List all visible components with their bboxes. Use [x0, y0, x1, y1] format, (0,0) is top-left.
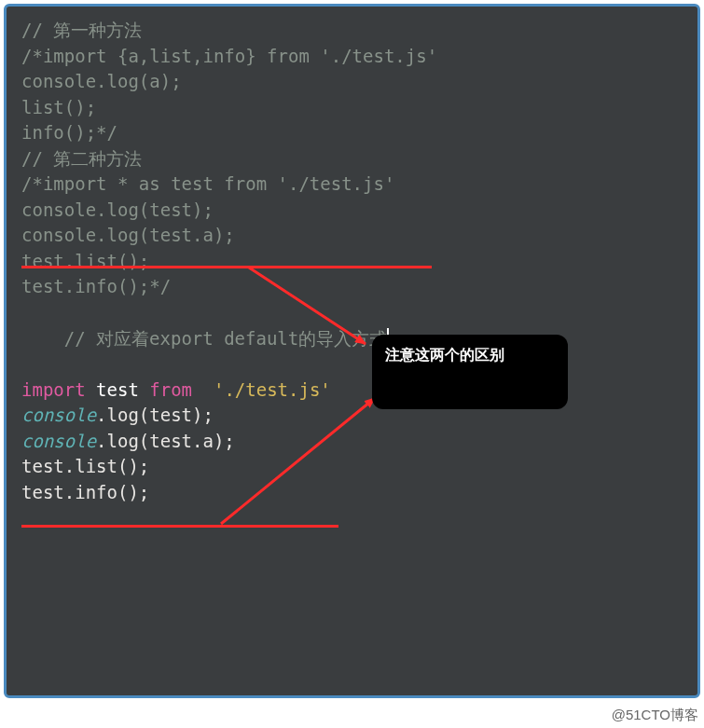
code-line: info();*/ — [21, 120, 683, 146]
console-identifier: console — [21, 431, 96, 451]
code-line: test.info(); — [21, 480, 683, 506]
callout-box: 注意这两个的区别 — [372, 335, 568, 409]
code-text: .log(test); — [96, 405, 214, 425]
code-line: // 第一种方法 — [21, 18, 683, 44]
underline-annotation — [21, 525, 338, 528]
code-line: console.log(test); — [21, 198, 683, 224]
identifier: test — [86, 379, 150, 400]
code-line: test.list(); — [21, 454, 683, 480]
code-line: test.list(); — [21, 249, 683, 275]
code-line: console.log(test); — [21, 403, 683, 429]
code-line: console.log(a); — [21, 69, 683, 95]
callout-text: 注意这两个的区别 — [385, 347, 504, 363]
code-line: /*import * as test from './test.js' — [21, 172, 683, 198]
code-line: list(); — [21, 95, 683, 121]
code-text: .log(test.a); — [96, 431, 235, 451]
code-line: // 对应着export default的导入方式 — [21, 300, 683, 378]
watermark: @51CTO博客 — [612, 707, 698, 724]
code-editor[interactable]: // 第一种方法 /*import {a,list,info} from './… — [4, 4, 700, 698]
code-line: // 第二种方法 — [21, 146, 683, 172]
keyword-from: from — [149, 379, 192, 400]
keyword-import: import — [21, 379, 86, 400]
underline-annotation — [21, 266, 432, 268]
code-line: import test from './test.js' — [21, 378, 683, 404]
string-literal: './test.js' — [214, 379, 331, 400]
code-line: console.log(test.a); — [21, 429, 683, 455]
code-line: /*import {a,list,info} from './test.js' — [21, 44, 683, 70]
comment-text: // 对应着export default的导入方式 — [64, 328, 387, 349]
code-line: console.log(test.a); — [21, 223, 683, 249]
console-identifier: console — [21, 405, 96, 425]
space — [192, 379, 214, 400]
code-line: test.info();*/ — [21, 274, 683, 300]
